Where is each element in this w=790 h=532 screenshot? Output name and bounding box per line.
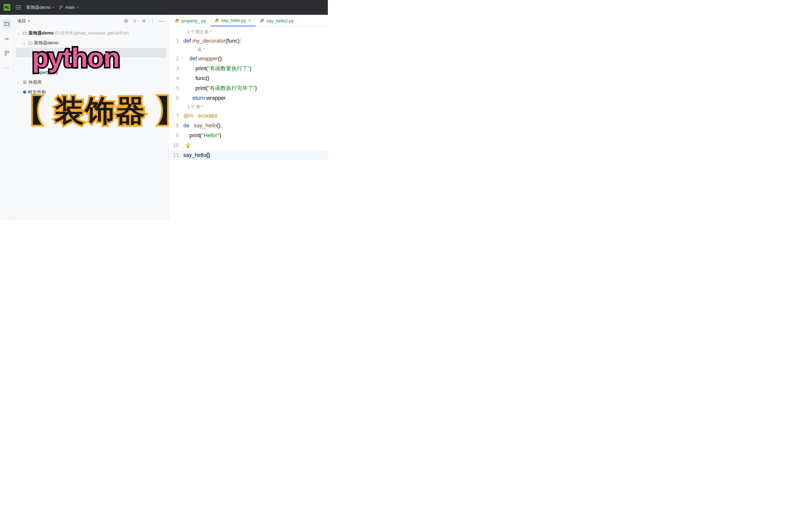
chevron-down-icon: ⌄ <box>17 31 21 35</box>
chevron-down-icon[interactable]: ▾ <box>28 19 30 23</box>
project-tool-button[interactable] <box>2 19 11 28</box>
more-tool-button[interactable]: ⋯ <box>3 64 10 71</box>
usage-hint[interactable]: 新 * <box>169 46 328 54</box>
code-editor[interactable]: 1 个用法 新 * 1def my_decorator(func): 新 * 2… <box>169 26 328 160</box>
python-file-icon <box>260 19 264 23</box>
structure-tool-button[interactable] <box>3 50 10 57</box>
minimize-icon[interactable]: — <box>158 18 165 24</box>
svg-point-1 <box>60 8 61 9</box>
tab-label: say_hello.py <box>221 18 246 23</box>
tree-external-libs[interactable]: › 外部库 <box>14 77 168 87</box>
tree-label: 外部库 <box>29 79 42 85</box>
tab-label: property_.py <box>181 18 206 24</box>
usage-hint[interactable]: 1 个 新 * <box>169 103 328 111</box>
branch-name-label: main <box>65 5 75 10</box>
tab-property[interactable]: property_.py <box>170 16 210 26</box>
usage-hint[interactable]: 1 个用法 新 * <box>169 28 328 36</box>
svg-point-8 <box>126 20 127 22</box>
svg-point-3 <box>6 38 8 40</box>
tab-say-hello2[interactable]: say_hello2.py <box>256 16 298 26</box>
sidebar-header: 项目 ▾ ✕ ⋮ — <box>14 15 168 27</box>
tree-label: 装饰器demo <box>29 30 54 36</box>
branch-selector[interactable]: main ▾ <box>59 5 78 10</box>
close-tab-icon[interactable]: ✕ <box>248 18 251 23</box>
project-selector[interactable]: 装饰器demo ▾ <box>26 4 54 10</box>
chevron-down-icon: ▾ <box>77 6 78 9</box>
editor-tabs: property_.py say_hello.py ✕ say_hello2.p… <box>169 15 328 26</box>
svg-rect-9 <box>23 81 24 84</box>
tree-root[interactable]: ⌄ 装饰器demo D:\文件夹\github_\myshare_github\… <box>14 28 168 38</box>
main-menu-button[interactable] <box>16 5 21 10</box>
gutter-line: 2 <box>169 54 183 63</box>
gutter-line: 10 <box>169 140 183 150</box>
more-icon[interactable]: ⋮ <box>149 18 156 24</box>
python-file-icon <box>175 19 180 23</box>
gutter-line: 9 <box>169 131 183 140</box>
project-name-label: 装饰器demo <box>26 4 51 10</box>
tab-say-hello[interactable]: say_hello.py ✕ <box>210 16 256 26</box>
tree-path: D:\文件夹\github_\myshare_github\Pyth <box>55 30 129 36</box>
select-file-icon[interactable] <box>123 18 129 24</box>
svg-rect-4 <box>5 51 6 53</box>
close-icon[interactable]: ✕ <box>140 18 147 24</box>
gutter-line: 11 <box>169 150 183 160</box>
gutter-line: 4 <box>169 73 183 83</box>
svg-rect-10 <box>25 81 26 84</box>
branch-icon <box>59 5 63 10</box>
editor-area: property_.py say_hello.py ✕ say_hello2.p… <box>169 15 328 221</box>
tab-label: say_hello2.py <box>267 18 294 24</box>
svg-rect-5 <box>7 51 8 53</box>
commit-tool-button[interactable] <box>3 36 10 42</box>
python-file-icon <box>215 18 219 23</box>
svg-point-0 <box>60 6 61 7</box>
gutter-line: 3 <box>169 63 183 73</box>
expand-all-icon[interactable] <box>131 18 138 24</box>
svg-point-2 <box>62 6 63 7</box>
top-bar: PC 装饰器demo ▾ main ▾ <box>0 0 328 15</box>
svg-point-7 <box>124 19 127 22</box>
svg-rect-6 <box>5 54 6 55</box>
chevron-down-icon: ▾ <box>53 6 54 9</box>
folder-icon <box>23 31 27 35</box>
chevron-down-icon: ⌄ <box>23 41 26 45</box>
sidebar-title: 项目 <box>17 18 26 24</box>
library-icon <box>23 80 27 84</box>
app-logo: PC <box>3 3 11 11</box>
gutter-line: 1 <box>169 36 183 46</box>
chevron-right-icon: › <box>17 80 21 84</box>
left-rail: ⋯ <box>0 15 14 221</box>
overlay-title-1: python <box>32 42 120 73</box>
intention-bulb-icon[interactable]: 💡 <box>185 142 191 148</box>
overlay-title-2: 【 装饰器 】 <box>15 91 186 131</box>
